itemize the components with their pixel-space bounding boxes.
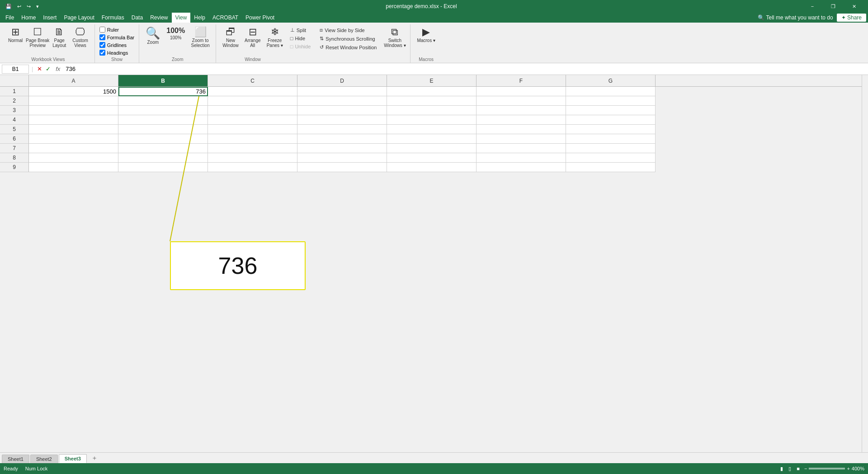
minimize-button[interactable]: − <box>802 0 823 13</box>
arrange-all-button[interactable]: ⊟ ArrangeAll <box>242 26 263 49</box>
cell-f2[interactable] <box>476 96 566 106</box>
cell-d5[interactable] <box>297 125 387 134</box>
cell-g8[interactable] <box>566 153 656 163</box>
cell-a1[interactable]: 1500 <box>29 87 118 96</box>
cell-d1[interactable] <box>297 87 387 96</box>
new-window-button[interactable]: 🗗 NewWindow <box>220 26 241 49</box>
cell-f6[interactable] <box>476 134 566 144</box>
cell-c9[interactable] <box>208 163 297 172</box>
cell-e3[interactable] <box>387 106 476 115</box>
cell-b4[interactable] <box>118 115 208 125</box>
zoom-out-button[interactable]: − <box>804 466 807 471</box>
row-header-5[interactable]: 5 <box>0 125 29 134</box>
unhide-button[interactable]: □ Unhide <box>288 43 314 50</box>
close-button[interactable]: ✕ <box>844 0 864 13</box>
cell-g2[interactable] <box>566 96 656 106</box>
cell-c2[interactable] <box>208 96 297 106</box>
ruler-input[interactable] <box>99 27 105 33</box>
cell-b5[interactable] <box>118 125 208 134</box>
menu-help[interactable]: Help <box>190 13 209 23</box>
zoom-button[interactable]: 🔍 Zoom <box>143 26 163 46</box>
customize-icon[interactable]: ▾ <box>34 3 41 10</box>
split-button[interactable]: ⊥ Split <box>288 26 314 34</box>
cell-c1[interactable] <box>208 87 297 96</box>
sheet-tab-sheet1[interactable]: Sheet1 <box>2 455 29 463</box>
col-header-f[interactable]: F <box>476 75 566 86</box>
cell-c4[interactable] <box>208 115 297 125</box>
cell-a7[interactable] <box>29 144 118 153</box>
cell-f4[interactable] <box>476 115 566 125</box>
cell-a3[interactable] <box>29 106 118 115</box>
menu-formulas[interactable]: Formulas <box>98 13 128 23</box>
col-header-b[interactable]: B <box>118 75 208 86</box>
freeze-panes-button[interactable]: ❄ FreezePanes ▾ <box>264 26 286 49</box>
switch-windows-button[interactable]: ⧉ SwitchWindows ▾ <box>383 26 406 49</box>
formula-input[interactable] <box>64 66 866 72</box>
add-sheet-button[interactable]: ＋ <box>88 453 101 463</box>
share-button[interactable]: ✦ Share <box>837 14 866 22</box>
cell-e6[interactable] <box>387 134 476 144</box>
cell-d6[interactable] <box>297 134 387 144</box>
cell-c3[interactable] <box>208 106 297 115</box>
cell-e4[interactable] <box>387 115 476 125</box>
cell-a4[interactable] <box>29 115 118 125</box>
cell-f7[interactable] <box>476 144 566 153</box>
cell-g1[interactable] <box>566 87 656 96</box>
hide-button[interactable]: □ Hide <box>288 35 314 42</box>
normal-view-button[interactable]: ⊞ Normal <box>5 26 25 44</box>
cell-d2[interactable] <box>297 96 387 106</box>
cell-g7[interactable] <box>566 144 656 153</box>
cancel-formula-icon[interactable]: ✕ <box>36 66 43 72</box>
zoom-in-button[interactable]: + <box>847 466 849 471</box>
menu-insert[interactable]: Insert <box>39 13 60 23</box>
cell-g5[interactable] <box>566 125 656 134</box>
cell-e8[interactable] <box>387 153 476 163</box>
cell-f8[interactable] <box>476 153 566 163</box>
vertical-scrollbar[interactable] <box>862 75 868 452</box>
col-header-g[interactable]: G <box>566 75 656 86</box>
cell-a6[interactable] <box>29 134 118 144</box>
cell-c8[interactable] <box>208 153 297 163</box>
page-break-preview-button[interactable]: ☐ Page BreakPreview <box>26 26 49 49</box>
ruler-checkbox[interactable]: Ruler <box>99 26 136 33</box>
cell-d4[interactable] <box>297 115 387 125</box>
cell-b9[interactable] <box>118 163 208 172</box>
cell-e2[interactable] <box>387 96 476 106</box>
col-header-a[interactable]: A <box>29 75 118 86</box>
menu-review[interactable]: Review <box>146 13 171 23</box>
cell-f3[interactable] <box>476 106 566 115</box>
cell-b6[interactable] <box>118 134 208 144</box>
sheet-tab-sheet2[interactable]: Sheet2 <box>30 455 58 463</box>
headings-input[interactable] <box>99 50 105 56</box>
cell-b2[interactable] <box>118 96 208 106</box>
menu-data[interactable]: Data <box>128 13 146 23</box>
menu-file[interactable]: File <box>2 13 18 23</box>
save-icon[interactable]: 💾 <box>4 3 14 10</box>
menu-acrobat[interactable]: ACROBAT <box>209 13 242 23</box>
formula-bar-input[interactable] <box>99 34 105 40</box>
page-layout-button[interactable]: 🗎 PageLayout <box>50 26 69 49</box>
row-header-6[interactable]: 6 <box>0 134 29 144</box>
cell-f1[interactable] <box>476 87 566 96</box>
headings-checkbox[interactable]: Headings <box>99 49 136 56</box>
cell-e5[interactable] <box>387 125 476 134</box>
custom-views-button[interactable]: 🖵 CustomViews <box>70 26 90 49</box>
cell-c7[interactable] <box>208 144 297 153</box>
row-header-7[interactable]: 7 <box>0 144 29 153</box>
cell-b3[interactable] <box>118 106 208 115</box>
row-header-8[interactable]: 8 <box>0 153 29 163</box>
cell-d9[interactable] <box>297 163 387 172</box>
col-header-e[interactable]: E <box>387 75 476 86</box>
normal-view-status-button[interactable]: ▮ <box>779 465 784 473</box>
sheet-tab-sheet3[interactable]: Sheet3 <box>59 454 87 463</box>
cell-a2[interactable] <box>29 96 118 106</box>
cell-a9[interactable] <box>29 163 118 172</box>
row-header-3[interactable]: 3 <box>0 106 29 115</box>
col-header-c[interactable]: C <box>208 75 297 86</box>
cell-a8[interactable] <box>29 153 118 163</box>
zoom-slider[interactable] <box>809 468 845 469</box>
reset-window-button[interactable]: ↺ Reset Window Position <box>317 43 379 51</box>
cell-c6[interactable] <box>208 134 297 144</box>
cell-e9[interactable] <box>387 163 476 172</box>
col-header-d[interactable]: D <box>297 75 387 86</box>
